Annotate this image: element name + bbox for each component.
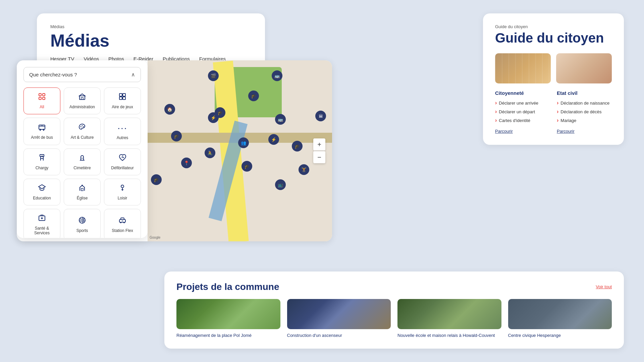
map-pin[interactable]: 👥 [238, 137, 249, 148]
svg-rect-7 [123, 94, 125, 96]
projet-item-1[interactable]: Réaménagement de la place Pol Jomé [176, 299, 280, 339]
guide-section-citoyennete: Citoyenneté Déclarer une arrivée Déclare… [495, 90, 550, 134]
filter-label-eglise: Église [77, 196, 88, 200]
map-pin[interactable]: 🚌 [272, 70, 282, 81]
svg-rect-8 [119, 97, 122, 100]
map-pin[interactable]: 🎓 [292, 141, 303, 152]
svg-rect-10 [39, 125, 45, 129]
filter-label-sports: Sports [76, 228, 88, 233]
filter-chevron-icon: ∧ [131, 71, 135, 78]
guide-sections: Citoyenneté Déclarer une arrivée Déclare… [495, 90, 612, 134]
map-pin[interactable]: ⚡ [208, 112, 219, 123]
projets-card: Projets de la commune Voir tout Réaménag… [164, 272, 624, 349]
guide-link-naissance[interactable]: Déclaration de naissance [557, 100, 612, 106]
filter-label-education: Education [33, 196, 51, 200]
projet-item-2[interactable]: Construction d'un ascenseur [287, 299, 391, 339]
filter-item-eglise[interactable]: Église [64, 179, 101, 205]
svg-point-23 [123, 222, 125, 223]
projets-title: Projets de la commune [176, 282, 279, 292]
sports-icon [78, 216, 86, 226]
google-attribution: Google [150, 236, 160, 239]
map-pin[interactable]: 🎓 [248, 90, 259, 101]
map-background[interactable]: 🎬 🚌 🎓 🏠 🎓 ⚡ 🚌 🏛 🎓 👥 ⚡ 🎓 🎓 🚴 📍 🏋 🎓 📺 + − [148, 60, 332, 241]
filter-item-administration[interactable]: Administration [64, 87, 101, 114]
svg-rect-17 [81, 188, 83, 191]
map-pin[interactable]: 🎓 [171, 131, 182, 141]
filter-label-defib: Défibrillateur [111, 166, 133, 170]
map-pin[interactable]: 🚌 [275, 114, 286, 125]
filter-item-education[interactable]: Education [23, 179, 60, 205]
map-pin[interactable]: ⚡ [268, 134, 279, 145]
filter-item-cimetiere[interactable]: Cimetière [64, 148, 101, 175]
filter-item-art[interactable]: Art & Culture [64, 118, 101, 145]
guide-title: Guide du citoyen [495, 31, 612, 45]
projet-img-1 [176, 299, 280, 329]
filter-label-sante: Santé & Services [26, 226, 57, 235]
eglise-icon [78, 184, 86, 194]
guide-link-mariage[interactable]: Mariage [557, 117, 612, 123]
filter-item-defib[interactable]: Défibrillateur [104, 148, 141, 175]
filter-item-sports[interactable]: Sports [64, 209, 101, 238]
projet-item-4[interactable]: Centre civique Hesperange [508, 299, 612, 339]
guide-link-depart[interactable]: Déclarer un départ [495, 109, 550, 115]
guide-images [495, 53, 612, 83]
filter-item-loisir[interactable]: Loisir [104, 179, 141, 205]
map-pin[interactable]: 🎓 [151, 174, 162, 185]
projet-label-2: Construction d'un ascenseur [287, 333, 391, 339]
guide-link-cartes[interactable]: Cartes d'identité [495, 117, 550, 123]
map-pin[interactable]: 📍 [181, 158, 192, 168]
guide-section-title-etatcivil: Etat civil [557, 90, 612, 96]
filter-header[interactable]: Que cherchez-vous ? ∧ [23, 67, 141, 82]
filter-item-bus[interactable]: Arrêt de bus [23, 118, 60, 145]
map-pin[interactable]: 🎓 [241, 161, 252, 172]
svg-point-12 [43, 129, 44, 131]
filter-item-autres[interactable]: ··· Autres [104, 118, 141, 145]
projet-label-3: Nouvelle école et maison relais à Howald… [397, 333, 501, 339]
projet-img-4 [508, 299, 612, 329]
filter-label-aire: Aire de jeux [112, 105, 133, 109]
map-pin[interactable]: 🏠 [164, 104, 175, 115]
filter-item-sante[interactable]: Santé & Services [23, 209, 60, 238]
map-pin[interactable]: 🏋 [299, 164, 309, 175]
svg-point-11 [40, 129, 41, 131]
guide-parcourir-etatcivil[interactable]: Parcourir [557, 129, 575, 134]
map-pin[interactable]: 🚴 [205, 147, 215, 158]
map-pin[interactable]: 🎬 [208, 70, 219, 81]
autres-icon: ··· [117, 123, 127, 133]
guide-section-etatcivil: Etat civil Déclaration de naissance Décl… [557, 90, 612, 134]
loisir-icon [118, 184, 126, 194]
map-pin[interactable]: 📺 [275, 179, 286, 190]
map-pin[interactable]: 🏛 [315, 111, 326, 121]
svg-rect-0 [39, 94, 41, 96]
filter-item-station[interactable]: Station Flex [104, 209, 141, 238]
map-controls: + − [313, 138, 325, 163]
filter-label-chargy: Chargy [36, 166, 49, 170]
guide-link-deces[interactable]: Déclaration de décès [557, 109, 612, 115]
filter-panel: Que cherchez-vous ? ∧ All [17, 60, 148, 238]
administration-icon [78, 93, 86, 103]
bus-icon [38, 123, 46, 133]
guide-link-arrivee[interactable]: Déclarer une arrivée [495, 100, 550, 106]
projet-label-1: Réaménagement de la place Pol Jomé [176, 333, 280, 339]
guide-img-hall[interactable] [495, 53, 551, 83]
svg-rect-1 [43, 94, 45, 96]
filter-item-all[interactable]: All [23, 87, 60, 114]
zoom-out-button[interactable]: − [313, 151, 325, 163]
filter-item-chargy[interactable]: Chargy [23, 148, 60, 175]
education-icon [38, 184, 46, 194]
projets-voir-tout[interactable]: Voir tout [596, 284, 612, 289]
aire-icon [118, 93, 126, 103]
guide-parcourir-citoyennete[interactable]: Parcourir [495, 129, 513, 134]
filter-item-aire[interactable]: Aire de jeux [104, 87, 141, 114]
svg-point-22 [120, 222, 121, 223]
guide-section-title-citoyennete: Citoyenneté [495, 90, 550, 96]
station-icon [118, 216, 126, 226]
zoom-in-button[interactable]: + [313, 138, 325, 150]
projet-img-2 [287, 299, 391, 329]
projet-item-3[interactable]: Nouvelle école et maison relais à Howald… [397, 299, 501, 339]
guide-img-hands[interactable] [556, 53, 612, 83]
medias-label: Médias [50, 24, 252, 29]
filter-label-bus: Arrêt de bus [31, 135, 53, 140]
svg-point-14 [82, 125, 83, 126]
filter-label-cimetiere: Cimetière [73, 166, 91, 170]
